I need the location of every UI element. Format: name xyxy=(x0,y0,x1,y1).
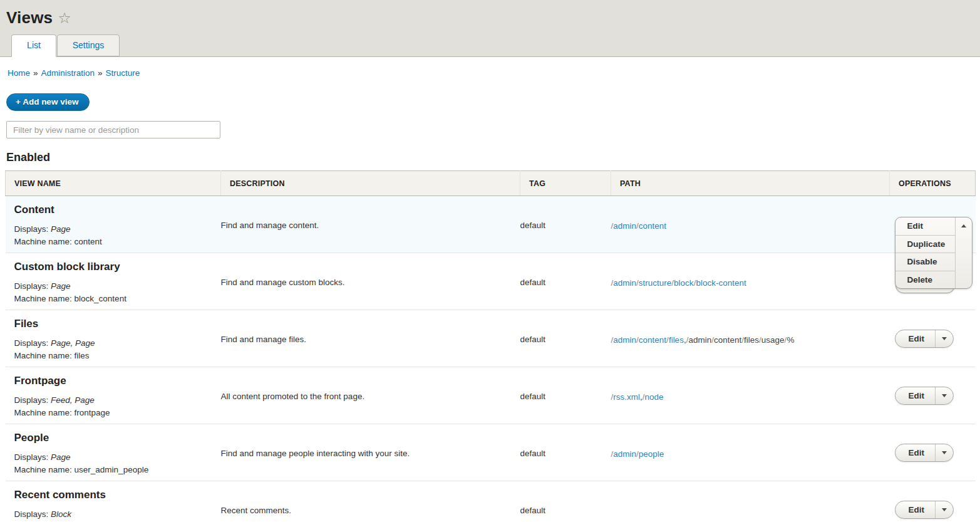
chevron-down-icon xyxy=(942,508,947,511)
operation-edit[interactable]: Edit xyxy=(895,217,955,236)
column-header-tag: TAG xyxy=(520,171,611,196)
table-row-recent-comments: Recent comments Displays: Block Machine … xyxy=(6,481,976,522)
path-text: /admin/content/files/usage/% xyxy=(686,335,795,345)
dropdown-toggle[interactable] xyxy=(935,387,953,404)
column-header-view-name: VIEW NAME xyxy=(6,171,221,196)
edit-button[interactable]: Edit xyxy=(895,501,936,518)
view-displays: Displays: Block xyxy=(14,508,216,521)
view-path: /admin/content xyxy=(611,196,890,253)
chevron-up-icon xyxy=(961,224,966,227)
dropdown-toggle[interactable] xyxy=(935,330,953,347)
views-table: VIEW NAME DESCRIPTION TAG PATH OPERATION… xyxy=(5,170,976,522)
column-header-description: DESCRIPTION xyxy=(221,171,520,196)
page-title: Views xyxy=(6,8,53,28)
view-machine-name: Machine name: files xyxy=(14,350,216,362)
view-tag: default xyxy=(520,253,611,310)
primary-tabs: List Settings xyxy=(6,34,980,56)
enabled-section-heading: Enabled xyxy=(6,151,980,164)
view-description: Find and manage files. xyxy=(221,310,520,367)
view-description: All content promoted to the front page. xyxy=(221,367,520,424)
tab-settings[interactable]: Settings xyxy=(57,34,120,56)
view-displays: Displays: Feed, Page xyxy=(14,394,216,407)
view-description: Find and manage custom blocks. xyxy=(221,253,520,310)
path-link[interactable]: /node xyxy=(642,392,664,402)
view-displays: Displays: Page xyxy=(14,280,216,293)
view-tag: default xyxy=(520,367,611,424)
path-link[interactable]: /admin/content/files xyxy=(611,335,684,345)
breadcrumb: Home»Administration»Structure xyxy=(0,68,980,78)
table-row-people: People Displays: Page Machine name: user… xyxy=(6,424,976,481)
edit-dropbutton[interactable]: Edit xyxy=(895,387,954,405)
edit-button[interactable]: Edit xyxy=(895,387,936,404)
view-tag: default xyxy=(520,424,611,481)
view-tag: default xyxy=(520,196,611,253)
path-link[interactable]: /admin/people xyxy=(611,449,664,459)
table-row-custom-block-library: Custom block library Displays: Page Mach… xyxy=(6,253,976,310)
breadcrumb-separator: » xyxy=(98,68,103,78)
dropdown-toggle[interactable] xyxy=(955,217,972,288)
chevron-down-icon xyxy=(942,394,947,397)
breadcrumb-separator: » xyxy=(33,68,38,78)
view-path: /admin/structure/block/block-content xyxy=(611,253,890,310)
path-link[interactable]: /admin/structure/block/block-content xyxy=(611,278,746,288)
view-tag: default xyxy=(520,310,611,367)
view-machine-name: Machine name: frontpage xyxy=(14,407,216,419)
view-machine-name: Machine name: block_content xyxy=(14,293,216,305)
edit-dropbutton[interactable]: Edit xyxy=(895,330,954,348)
view-name: Frontpage xyxy=(14,375,216,387)
table-header-row: VIEW NAME DESCRIPTION TAG PATH OPERATION… xyxy=(6,171,976,196)
column-header-path: PATH xyxy=(611,171,890,196)
view-path: /admin/people xyxy=(611,424,890,481)
view-displays: Displays: Page, Page xyxy=(14,337,216,350)
view-name: Custom block library xyxy=(14,261,216,273)
chevron-down-icon xyxy=(942,337,947,340)
table-row-content: Content Displays: Page Machine name: con… xyxy=(6,196,976,253)
breadcrumb-structure[interactable]: Structure xyxy=(106,68,140,78)
view-displays: Displays: Page xyxy=(14,223,216,236)
edit-button[interactable]: Edit xyxy=(895,444,936,461)
view-name: Files xyxy=(14,318,216,330)
table-row-frontpage: Frontpage Displays: Feed, Page Machine n… xyxy=(6,367,976,424)
view-machine-name: Machine name: user_admin_people xyxy=(14,464,216,476)
view-name: Recent comments xyxy=(14,489,216,501)
view-name: People xyxy=(14,432,216,444)
dropdown-toggle[interactable] xyxy=(935,501,953,518)
view-machine-name: Machine name: content xyxy=(14,236,216,248)
edit-dropbutton[interactable]: Edit xyxy=(895,501,954,519)
operation-delete[interactable]: Delete xyxy=(895,271,955,289)
table-row-files: Files Displays: Page, Page Machine name:… xyxy=(6,310,976,367)
operation-disable[interactable]: Disable xyxy=(895,253,955,271)
chevron-down-icon xyxy=(942,451,947,454)
view-path: /admin/content/files,/admin/content/file… xyxy=(611,310,890,367)
breadcrumb-administration[interactable]: Administration xyxy=(41,68,95,78)
path-link[interactable]: /admin/content xyxy=(611,221,667,231)
edit-button[interactable]: Edit xyxy=(895,330,936,347)
operations-dropbutton-open: Edit Duplicate Disable Delete xyxy=(895,217,972,289)
page-header: Views ☆ List Settings xyxy=(0,0,980,57)
filter-input[interactable] xyxy=(6,121,220,138)
operation-duplicate[interactable]: Duplicate xyxy=(895,236,955,254)
breadcrumb-home[interactable]: Home xyxy=(8,68,30,78)
favorite-star-icon[interactable]: ☆ xyxy=(58,11,71,26)
main-content: Home»Administration»Structure + Add new … xyxy=(0,57,980,522)
view-tag: default xyxy=(520,481,611,522)
view-name: Content xyxy=(14,204,216,216)
tab-list[interactable]: List xyxy=(11,34,56,57)
view-path: /rss.xml,/node xyxy=(611,367,890,424)
view-description: Recent comments. xyxy=(221,481,520,522)
view-displays: Displays: Page xyxy=(14,451,216,464)
add-new-view-button[interactable]: + Add new view xyxy=(6,93,90,111)
view-description: Find and manage content. xyxy=(221,196,520,253)
dropdown-toggle[interactable] xyxy=(935,444,953,461)
edit-dropbutton[interactable]: Edit xyxy=(895,444,954,462)
view-path xyxy=(611,481,890,522)
path-link[interactable]: /rss.xml xyxy=(611,392,641,402)
column-header-operations: OPERATIONS xyxy=(890,171,976,196)
view-description: Find and manage people interacting with … xyxy=(221,424,520,481)
